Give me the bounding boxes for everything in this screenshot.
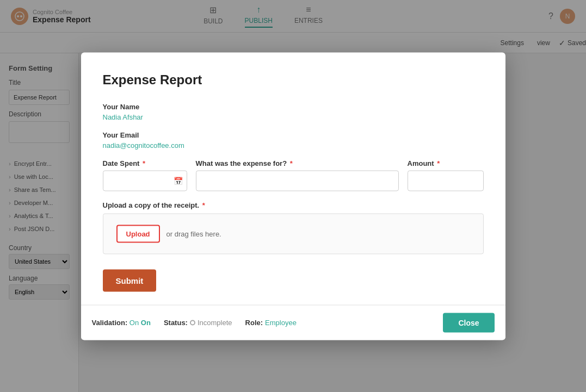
amount-group: Amount * <box>408 159 484 191</box>
expense-report-modal: Expense Report Your Name Nadia Afshar Yo… <box>81 52 505 340</box>
date-required: * <box>140 159 145 167</box>
email-section: Your Email nadia@cognitocoffee.com <box>103 130 484 149</box>
modal-body: Expense Report Your Name Nadia Afshar Yo… <box>81 52 505 304</box>
amount-required: * <box>435 159 440 167</box>
validation-item: Validation: On On <box>92 319 151 327</box>
role-value: Employee <box>265 319 297 327</box>
modal-title: Expense Report <box>103 72 484 87</box>
upload-button[interactable]: Upload <box>116 225 160 242</box>
role-label: Role: <box>245 319 263 327</box>
role-item: Role: Employee <box>245 319 297 327</box>
upload-required: * <box>200 201 205 209</box>
modal-footer: Validation: On On Status: Incomplete Rol… <box>81 304 505 340</box>
status-value: Incomplete <box>190 319 232 327</box>
email-label: Your Email <box>103 130 484 139</box>
submit-button[interactable]: Submit <box>103 269 157 291</box>
name-value: Nadia Afshar <box>103 113 484 121</box>
name-section: Your Name Nadia Afshar <box>103 102 484 121</box>
validation-value: On <box>129 319 139 327</box>
upload-area: Upload or drag files here. <box>103 213 484 254</box>
expense-input[interactable] <box>196 170 399 191</box>
status-label: Status: <box>164 319 188 327</box>
upload-label: Upload a copy of the receipt. * <box>103 201 484 209</box>
email-value: nadia@cognitocoffee.com <box>103 141 484 149</box>
date-input-wrapper: 📅 <box>103 170 187 191</box>
date-input[interactable] <box>103 170 187 191</box>
validation-on: On <box>141 319 151 327</box>
expense-group: What was the expense for? * <box>196 159 399 191</box>
status-item: Status: Incomplete <box>164 319 232 327</box>
date-group: Date Spent * 📅 <box>103 159 187 191</box>
upload-drag-text: or drag files here. <box>166 229 221 238</box>
amount-input[interactable] <box>408 170 484 191</box>
upload-section: Upload a copy of the receipt. * Upload o… <box>103 201 484 254</box>
name-label: Your Name <box>103 102 484 110</box>
form-row-1: Date Spent * 📅 What was the expense for?… <box>103 159 484 191</box>
footer-info: Validation: On On Status: Incomplete Rol… <box>92 319 297 327</box>
amount-label: Amount * <box>408 159 484 167</box>
validation-label: Validation: <box>92 319 128 327</box>
status-dot-icon <box>190 320 195 325</box>
expense-required: * <box>288 159 293 167</box>
expense-label: What was the expense for? * <box>196 159 399 167</box>
date-label: Date Spent * <box>103 159 187 167</box>
close-button[interactable]: Close <box>443 313 494 332</box>
